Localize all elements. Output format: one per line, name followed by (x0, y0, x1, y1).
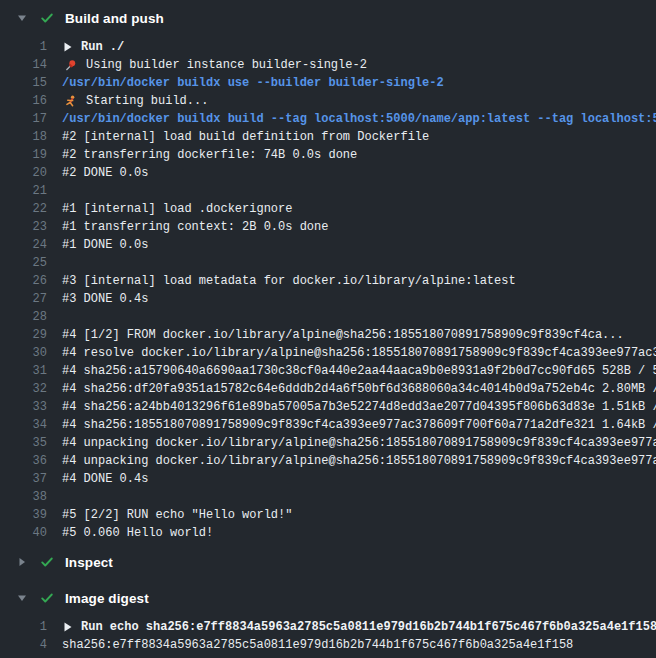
line-text: Run ./ (81, 38, 124, 56)
line-text: #2 DONE 0.0s (62, 164, 148, 182)
section-title: Image digest (65, 591, 149, 606)
line-text: Starting build... (86, 92, 208, 110)
play-icon (64, 42, 72, 52)
line-text: sha256:e7ff8834a5963a2785c5a0811e979d16b… (62, 636, 573, 654)
line-number[interactable]: 29 (15, 326, 47, 344)
log-line: 23 #1 transferring context: 2B 0.0s done (0, 218, 656, 236)
line-text: #1 transferring context: 2B 0.0s done (62, 218, 328, 236)
line-text: #1 DONE 0.0s (62, 236, 148, 254)
line-number[interactable]: 1 (15, 38, 47, 56)
section-header[interactable]: Image digest (0, 580, 656, 616)
log-line: 28 (0, 308, 656, 326)
line-text: /usr/bin/docker buildx use --builder bui… (62, 74, 444, 92)
log-line: 22 #1 [internal] load .dockerignore (0, 200, 656, 218)
log-line: 29 #4 [1/2] FROM docker.io/library/alpin… (0, 326, 656, 344)
pushpin-icon (64, 59, 77, 72)
check-icon (40, 555, 54, 569)
line-number[interactable]: 33 (15, 398, 47, 416)
chevron-down-icon (16, 593, 28, 604)
chevron-right-icon (16, 557, 28, 568)
line-number[interactable]: 30 (15, 344, 47, 362)
line-number[interactable]: 21 (15, 182, 47, 200)
log-line: 31 #4 sha256:a15790640a6690aa1730c38cf0a… (0, 362, 656, 380)
line-number[interactable]: 27 (15, 290, 47, 308)
line-text: /usr/bin/docker buildx build --tag local… (62, 110, 656, 128)
section-title: Inspect (65, 555, 113, 570)
line-number[interactable]: 4 (15, 636, 47, 654)
log-line: 24 #1 DONE 0.0s (0, 236, 656, 254)
log-line: 38 (0, 488, 656, 506)
log-line[interactable]: 1 Run echo sha256:e7ff8834a5963a2785c5a0… (0, 618, 656, 636)
log-line: 25 (0, 254, 656, 272)
log-line: 34 #4 sha256:185518070891758909c9f839cf4… (0, 416, 656, 434)
line-number[interactable]: 39 (15, 506, 47, 524)
log-sections-root: Build and push 1 Run ./ 14 Using builder… (0, 0, 656, 656)
log-line: 40 #5 0.060 Hello world! (0, 524, 656, 542)
log-line: 21 (0, 182, 656, 200)
line-text: #4 unpacking docker.io/library/alpine@sh… (62, 434, 656, 452)
line-text: #2 transferring dockerfile: 74B 0.0s don… (62, 146, 357, 164)
line-number[interactable]: 40 (15, 524, 47, 542)
log-line: 36 #4 unpacking docker.io/library/alpine… (0, 452, 656, 470)
line-number[interactable]: 25 (15, 254, 47, 272)
line-number[interactable]: 31 (15, 362, 47, 380)
line-number[interactable]: 22 (15, 200, 47, 218)
line-text: #5 [2/2] RUN echo "Hello world!" (62, 506, 292, 524)
check-icon (40, 591, 54, 605)
line-text: #4 sha256:a15790640a6690aa1730c38cf0a440… (62, 362, 656, 380)
line-number[interactable]: 26 (15, 272, 47, 290)
log-section: Inspect (0, 544, 656, 580)
line-text: #5 0.060 Hello world! (62, 524, 213, 542)
line-number[interactable]: 14 (15, 56, 47, 74)
log-line: 39 #5 [2/2] RUN echo "Hello world!" (0, 506, 656, 524)
log-line: 30 #4 resolve docker.io/library/alpine@s… (0, 344, 656, 362)
line-number[interactable]: 38 (15, 488, 47, 506)
log-line: 33 #4 sha256:a24bb4013296f61e89ba57005a7… (0, 398, 656, 416)
log-line: 26 #3 [internal] load metadata for docke… (0, 272, 656, 290)
line-text: #4 sha256:185518070891758909c9f839cf4ca3… (62, 416, 656, 434)
line-text: #4 resolve docker.io/library/alpine@sha2… (62, 344, 656, 362)
log-line: 37 #4 DONE 0.4s (0, 470, 656, 488)
line-text: Run echo sha256:e7ff8834a5963a2785c5a081… (81, 618, 656, 636)
log-line: 17 /usr/bin/docker buildx build --tag lo… (0, 110, 656, 128)
section-header[interactable]: Build and push (0, 0, 656, 36)
line-number[interactable]: 20 (15, 164, 47, 182)
log-line: 18 #2 [internal] load build definition f… (0, 128, 656, 146)
line-number[interactable]: 18 (15, 128, 47, 146)
line-text: #4 [1/2] FROM docker.io/library/alpine@s… (62, 326, 624, 344)
line-number[interactable]: 1 (15, 618, 47, 636)
line-text: #3 DONE 0.4s (62, 290, 148, 308)
section-header[interactable]: Inspect (0, 544, 656, 580)
log-lines: 1 Run ./ 14 Using builder instance build… (0, 36, 656, 544)
line-number[interactable]: 24 (15, 236, 47, 254)
line-text: #4 sha256:a24bb4013296f61e89ba57005a7b3e… (62, 398, 656, 416)
line-number[interactable]: 16 (15, 92, 47, 110)
line-number[interactable]: 19 (15, 146, 47, 164)
line-number[interactable]: 37 (15, 470, 47, 488)
log-line: 20 #2 DONE 0.0s (0, 164, 656, 182)
line-number[interactable]: 34 (15, 416, 47, 434)
chevron-down-icon (16, 13, 28, 24)
log-section: Image digest 1 Run echo sha256:e7ff8834a… (0, 580, 656, 656)
check-icon (40, 11, 54, 25)
log-line[interactable]: 1 Run ./ (0, 38, 656, 56)
log-line: 27 #3 DONE 0.4s (0, 290, 656, 308)
line-number[interactable]: 28 (15, 308, 47, 326)
log-line: 32 #4 sha256:df20fa9351a15782c64e6dddb2d… (0, 380, 656, 398)
line-text: Using builder instance builder-single-2 (86, 56, 367, 74)
play-icon (64, 622, 72, 632)
line-number[interactable]: 32 (15, 380, 47, 398)
section-title: Build and push (65, 11, 164, 26)
line-text: #4 unpacking docker.io/library/alpine@sh… (62, 452, 656, 470)
line-number[interactable]: 15 (15, 74, 47, 92)
line-number[interactable]: 23 (15, 218, 47, 236)
line-text: #4 DONE 0.4s (62, 470, 148, 488)
line-number[interactable]: 17 (15, 110, 47, 128)
line-number[interactable]: 36 (15, 452, 47, 470)
line-text: #3 [internal] load metadata for docker.i… (62, 272, 516, 290)
log-line: 19 #2 transferring dockerfile: 74B 0.0s … (0, 146, 656, 164)
log-section: Build and push 1 Run ./ 14 Using builder… (0, 0, 656, 544)
line-text: #4 sha256:df20fa9351a15782c64e6dddb2d4a6… (62, 380, 656, 398)
log-line: 35 #4 unpacking docker.io/library/alpine… (0, 434, 656, 452)
line-number[interactable]: 35 (15, 434, 47, 452)
